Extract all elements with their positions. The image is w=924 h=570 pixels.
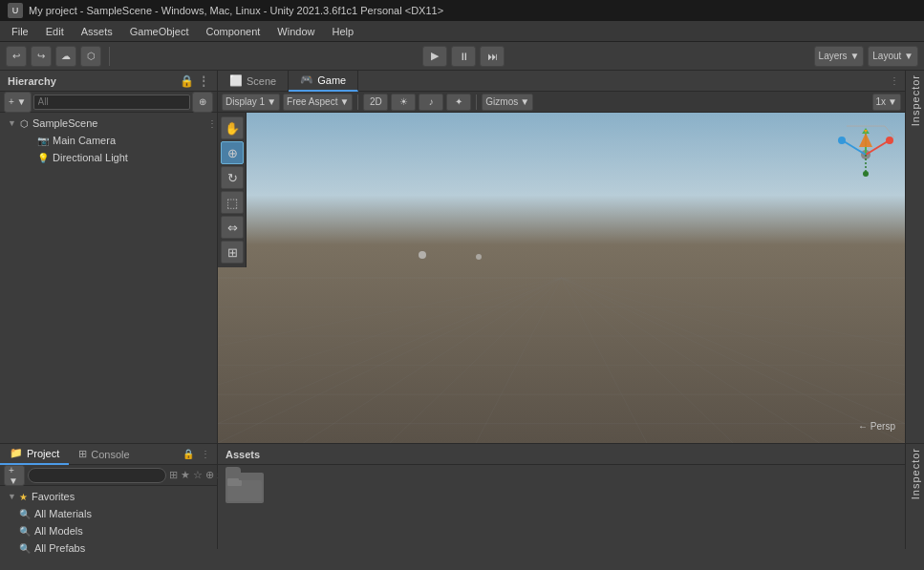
scene-audio-toggle[interactable]: ♪ — [419, 94, 443, 111]
scene-tab-icon: ⬜ — [229, 74, 243, 87]
playback-controls: ▶ ⏸ ⏭ — [118, 46, 810, 67]
scene-effects-toggle[interactable]: ✦ — [446, 94, 471, 111]
step-button[interactable]: ⏭ — [480, 46, 505, 67]
menu-edit[interactable]: Edit — [38, 24, 72, 39]
scene-scale-dropdown[interactable]: 1x ▼ — [872, 94, 901, 111]
game-tab-icon: 🎮 — [300, 74, 313, 86]
proj-menu-btn[interactable]: ⋮ — [198, 447, 213, 462]
hierarchy-item-directionallight[interactable]: ▶ 💡 Directional Light — [0, 149, 217, 166]
hierarchy-header-left: Hierarchy — [8, 75, 56, 87]
light-dot — [476, 254, 482, 260]
proj-item-allmaterials[interactable]: 🔍 All Materials — [0, 505, 217, 522]
svg-line-8 — [562, 278, 906, 443]
hierarchy-title: Hierarchy — [8, 75, 56, 87]
chevron-icon: ▼ — [267, 96, 276, 107]
layers-button[interactable]: Layers ▼ — [814, 46, 865, 67]
hierarchy-lock-icon[interactable]: 🔒 — [180, 74, 194, 88]
search-icon-1: 🔍 — [19, 509, 31, 519]
proj-icon-btn-2[interactable]: ★ — [181, 468, 190, 483]
scene-gizmos-dropdown[interactable]: Gizmos ▼ — [482, 94, 533, 111]
tool-move[interactable]: ⊕ — [221, 141, 244, 164]
scene-2d-toggle[interactable]: 2D — [363, 94, 388, 111]
menu-file[interactable]: File — [4, 24, 36, 39]
menu-component[interactable]: Component — [198, 24, 268, 39]
menu-help[interactable]: Help — [324, 24, 361, 39]
scene-lighting-toggle[interactable]: ☀ — [391, 94, 416, 111]
proj-add-button[interactable]: + ▼ — [4, 465, 25, 486]
hierarchy-menu-icon[interactable]: ⋮ — [198, 74, 209, 88]
arrow-icon: ▼ — [8, 118, 16, 128]
menu-window[interactable]: Window — [269, 24, 322, 39]
proj-item-allmodels[interactable]: 🔍 All Models — [0, 522, 217, 539]
hierarchy-panel: Hierarchy 🔒 ⋮ + ▼ ⊕ ▼ ⬡ SampleScene ⋮ ▶ — [0, 71, 218, 443]
unity-logo: U — [8, 3, 23, 18]
scene-aspect-dropdown[interactable]: Free Aspect ▼ — [283, 94, 353, 111]
undo-button[interactable]: ↩ — [6, 46, 27, 67]
asset-item-folder[interactable] — [226, 473, 264, 503]
scene-canvas[interactable]: ✋ ⊕ ↻ ⬚ ⇔ ⊞ — [218, 113, 905, 443]
all-materials-label: All Materials — [34, 508, 92, 519]
proj-tab-project[interactable]: 📁 Project — [0, 444, 69, 465]
tool-transform[interactable]: ⊞ — [221, 241, 244, 264]
scene-tabs: ⬜ Scene 🎮 Game ⋮ — [218, 71, 905, 92]
scale-chevron: ▼ — [888, 96, 897, 107]
proj-toolbar: + ▼ ⊞ ★ ☆ ⊕ 16 — [0, 465, 217, 486]
proj-tab-project-label: Project — [27, 448, 59, 459]
collab-button[interactable]: ⬡ — [80, 46, 101, 67]
hierarchy-search-icon[interactable]: ⊕ — [192, 92, 213, 113]
menu-assets[interactable]: Assets — [74, 24, 120, 39]
scene-tab-game[interactable]: 🎮 Game — [289, 71, 358, 92]
cloud-button[interactable]: ☁ — [55, 46, 76, 67]
svg-line-19 — [562, 278, 906, 424]
svg-line-15 — [218, 278, 562, 385]
scene-tab-scene[interactable]: ⬜ Scene — [218, 71, 289, 92]
proj-search-input[interactable] — [28, 468, 166, 483]
play-button[interactable]: ▶ — [422, 46, 447, 67]
tool-rect[interactable]: ⇔ — [221, 216, 244, 239]
pause-button[interactable]: ⏸ — [451, 46, 476, 67]
tool-scale[interactable]: ⬚ — [221, 191, 244, 214]
all-prefabs-label: All Prefabs — [34, 542, 85, 554]
hierarchy-item-samplescene[interactable]: ▼ ⬡ SampleScene ⋮ — [0, 115, 217, 132]
svg-point-29 — [838, 137, 846, 144]
proj-lock-btn[interactable]: 🔒 — [181, 447, 196, 462]
proj-icon-btn-1[interactable]: ⊞ — [169, 468, 178, 483]
inspector-bottom-label: Inspector — [910, 448, 921, 499]
scene-panel-menu[interactable]: ⋮ — [884, 75, 905, 86]
assets-header: Assets — [218, 444, 905, 465]
hierarchy-item-maincamera[interactable]: ▶ 📷 Main Camera — [0, 132, 217, 149]
hierarchy-header: Hierarchy 🔒 ⋮ — [0, 71, 217, 92]
fav-arrow: ▼ — [8, 492, 16, 501]
scene-toolbar: Display 1 ▼ Free Aspect ▼ 2D ☀ ♪ ✦ Gizmo… — [218, 92, 905, 113]
scene-menu-icon[interactable]: ⋮ — [207, 118, 217, 129]
folder-icon — [226, 473, 264, 503]
gizmo-widget[interactable] — [832, 118, 899, 185]
scene-tool-sep-1 — [357, 95, 358, 110]
scene-display-dropdown[interactable]: Display 1 ▼ — [222, 94, 280, 111]
proj-icon-btn-4[interactable]: ⊕ — [205, 468, 214, 483]
assets-panel: Assets — [218, 444, 905, 549]
proj-icon-btn-3[interactable]: ☆ — [193, 468, 203, 483]
proj-item-favorites[interactable]: ▼ ★ Favorites — [0, 488, 217, 505]
tool-hand[interactable]: ✋ — [221, 116, 244, 139]
tool-rotate[interactable]: ↻ — [221, 166, 244, 189]
proj-tab-console[interactable]: ⊞ Console — [69, 444, 139, 465]
menu-gameobject[interactable]: GameObject — [122, 24, 197, 39]
svg-line-17 — [562, 278, 906, 346]
hierarchy-toolbar: + ▼ ⊕ — [0, 92, 217, 113]
scene-grid — [218, 113, 905, 443]
proj-tree: ▼ ★ Favorites 🔍 All Materials 🔍 All Mode… — [0, 486, 217, 559]
proj-item-allprefabs[interactable]: 🔍 All Prefabs — [0, 539, 217, 557]
svg-line-5 — [562, 278, 647, 443]
hierarchy-add-button[interactable]: + ▼ — [4, 92, 32, 113]
svg-line-22 — [885, 126, 894, 137]
svg-marker-32 — [859, 133, 872, 147]
star-icon: ★ — [19, 492, 28, 502]
layout-button[interactable]: Layout ▼ — [868, 46, 918, 67]
proj-folder-icon: 📁 — [10, 447, 23, 459]
camera-icon: 📷 — [37, 136, 49, 146]
hierarchy-search-input[interactable] — [33, 95, 190, 110]
svg-line-16 — [218, 278, 562, 424]
svg-line-14 — [218, 278, 562, 346]
redo-button[interactable]: ↪ — [31, 46, 52, 67]
